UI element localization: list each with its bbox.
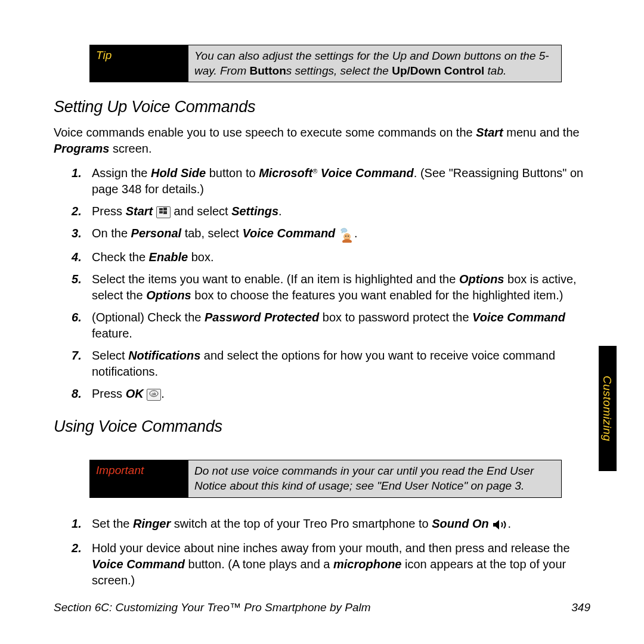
important-label: Important <box>90 460 188 497</box>
step-item: Hold your device about nine inches away … <box>92 540 590 589</box>
svg-point-7 <box>348 236 349 237</box>
steps-list-1: Assign the Hold Side button to Microsoft… <box>54 165 590 402</box>
svg-rect-3 <box>163 211 167 214</box>
step-item: On the Personal tab, select Voice Comman… <box>92 225 590 243</box>
voice-command-icon <box>339 227 354 243</box>
heading-setting-up: Setting Up Voice Commands <box>54 98 590 116</box>
ok-button-icon: ok <box>147 389 161 401</box>
section-tab: Customizing <box>599 346 617 471</box>
important-body: Do not use voice commands in your car un… <box>188 460 561 497</box>
section-tab-label: Customizing <box>599 346 615 471</box>
important-callout: Important Do not use voice commands in y… <box>89 460 562 497</box>
footer-page-number: 349 <box>571 601 590 614</box>
svg-point-6 <box>345 236 346 237</box>
tip-label: Tip <box>90 45 188 82</box>
steps-list-2: Set the Ringer switch at the top of your… <box>54 516 590 589</box>
intro-paragraph: Voice commands enable you to use speech … <box>54 125 590 157</box>
tip-body: You can also adjust the settings for the… <box>188 45 561 82</box>
svg-rect-2 <box>159 211 163 213</box>
svg-rect-1 <box>163 208 167 210</box>
tip-callout: Tip You can also adjust the settings for… <box>89 45 562 82</box>
manual-page: Customizing Tip You can also adjust the … <box>0 0 644 644</box>
sound-on-icon <box>492 518 507 534</box>
svg-point-5 <box>342 239 352 243</box>
step-item: Assign the Hold Side button to Microsoft… <box>92 165 590 197</box>
step-item: Select the items you want to enable. (If… <box>92 271 590 304</box>
step-item: Select Notifications and select the opti… <box>92 348 590 380</box>
step-item: (Optional) Check the Password Protected … <box>92 309 590 342</box>
windows-start-icon <box>156 206 171 218</box>
svg-rect-0 <box>159 208 163 210</box>
page-footer: Section 6C: Customizing Your Treo™ Pro S… <box>54 601 590 614</box>
step-item: Check the Enable box. <box>92 249 590 265</box>
svg-text:ok: ok <box>152 392 157 396</box>
footer-section: Section 6C: Customizing Your Treo™ Pro S… <box>54 601 371 614</box>
step-item: Press OK ok. <box>92 386 590 402</box>
heading-using: Using Voice Commands <box>54 417 590 436</box>
step-item: Press Start and select Settings. <box>92 203 590 219</box>
step-item: Set the Ringer switch at the top of your… <box>92 516 590 534</box>
